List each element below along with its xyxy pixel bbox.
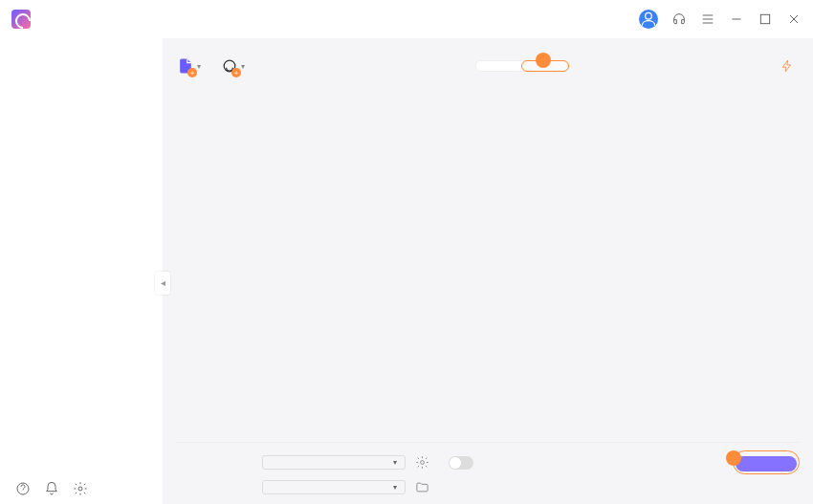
start-all-wrap xyxy=(733,450,800,474)
titlebar xyxy=(0,0,813,38)
format-settings-icon[interactable] xyxy=(415,455,429,470)
settings-icon[interactable] xyxy=(73,481,88,496)
footer: ▾ ▾ xyxy=(176,442,800,504)
svg-point-5 xyxy=(421,461,425,465)
user-avatar[interactable] xyxy=(639,10,658,29)
add-file-button[interactable]: + ▾ xyxy=(176,56,201,76)
bell-icon[interactable] xyxy=(44,481,59,496)
add-url-button[interactable]: + ▾ xyxy=(220,56,245,76)
svg-rect-1 xyxy=(760,14,769,23)
sidebar: ◂ xyxy=(0,38,163,504)
start-all-button[interactable] xyxy=(736,456,797,471)
headset-icon[interactable] xyxy=(671,11,687,27)
sidebar-collapse[interactable]: ◂ xyxy=(155,272,170,295)
merge-toggle[interactable] xyxy=(449,456,473,470)
output-format-select[interactable]: ▾ xyxy=(262,455,406,470)
file-location-select[interactable]: ▾ xyxy=(262,480,406,494)
help-icon[interactable] xyxy=(15,481,31,496)
conversion-tabs xyxy=(475,60,569,72)
svg-point-3 xyxy=(78,487,82,491)
file-list xyxy=(176,92,800,442)
start-badge xyxy=(726,450,741,466)
svg-point-0 xyxy=(646,12,652,19)
finished-badge xyxy=(536,53,551,68)
open-folder-icon[interactable] xyxy=(415,480,429,494)
high-speed-conversion[interactable] xyxy=(780,59,800,73)
tab-converting[interactable] xyxy=(476,61,522,71)
maximize-icon[interactable] xyxy=(758,11,773,27)
minimize-icon[interactable] xyxy=(729,11,744,27)
tab-finished[interactable] xyxy=(521,60,569,72)
toolbar: + ▾ + ▾ xyxy=(176,46,800,86)
close-window-icon[interactable] xyxy=(786,11,802,27)
menu-icon[interactable] xyxy=(700,11,715,27)
content: + ▾ + ▾ ▾ xyxy=(163,38,813,504)
app-logo xyxy=(11,10,31,29)
